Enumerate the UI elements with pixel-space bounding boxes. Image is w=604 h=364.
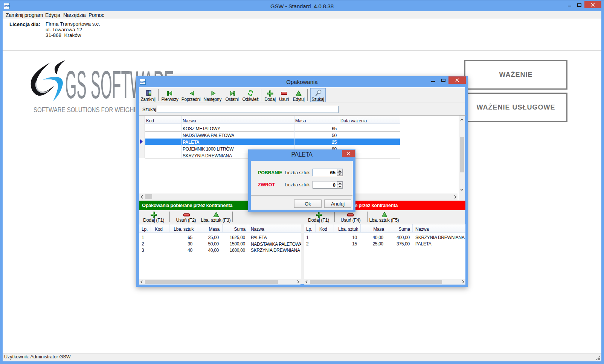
svg-text:SOFTWARE SOLUTIONS FOR WEIGHIN: SOFTWARE SOLUTIONS FOR WEIGHING [34,106,144,114]
